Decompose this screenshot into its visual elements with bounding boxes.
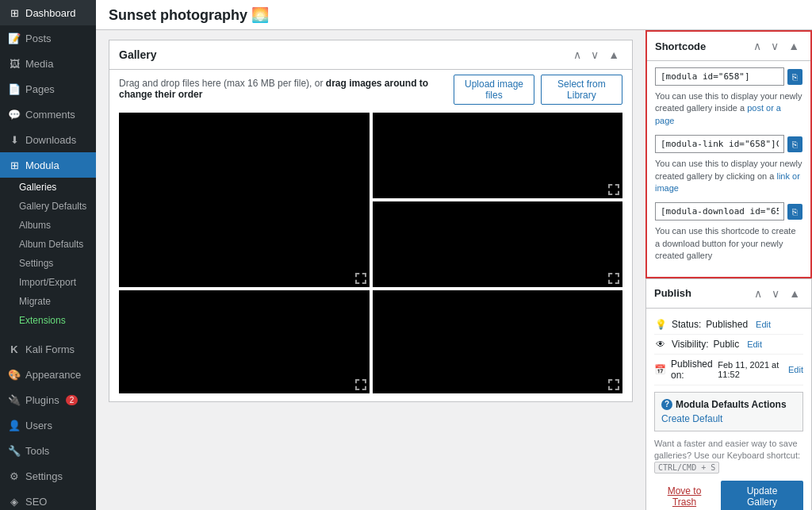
question-icon: ? <box>661 399 672 410</box>
calendar-icon: 📅 <box>654 364 666 375</box>
copy-shortcode-1-btn[interactable]: ⎘ <box>787 69 802 85</box>
copy-shortcode-3-btn[interactable]: ⎘ <box>787 204 802 220</box>
posts-icon: 📝 <box>8 32 21 44</box>
shortcode-input-3[interactable] <box>655 202 784 220</box>
publish-header-controls: ∧ ∨ ▲ <box>751 286 803 301</box>
panel-close-btn[interactable]: ▲ <box>605 47 622 63</box>
sidebar-sub-galleries[interactable]: Galleries <box>0 178 96 197</box>
sidebar-item-modula[interactable]: ⊞ Modula <box>0 152 96 178</box>
downloads-icon: ⬇ <box>8 133 21 146</box>
update-gallery-btn[interactable]: Update Gallery <box>721 481 803 510</box>
sidebar-item-comments[interactable]: 💬 Comments <box>0 102 96 127</box>
keyboard-hint: Want a faster and easier way to save gal… <box>654 438 803 474</box>
sidebar-item-users[interactable]: 👤 Users <box>0 412 96 438</box>
sidebar-item-media[interactable]: 🖼 Media <box>0 51 96 76</box>
resize-handle-3[interactable] <box>608 273 619 284</box>
sidebar-item-plugins[interactable]: 🔌 Plugins 2 <box>0 387 96 412</box>
shortcode-title: Shortcode <box>655 40 706 52</box>
visibility-edit-link[interactable]: Edit <box>747 339 762 349</box>
appearance-icon: 🎨 <box>8 368 21 381</box>
shortcode-input-2[interactable] <box>655 135 784 153</box>
panel-down-btn[interactable]: ∨ <box>588 47 602 63</box>
resize-handle-4[interactable] <box>355 379 366 390</box>
gallery-panel: Gallery ∧ ∨ ▲ Drag and drop files here (… <box>109 40 633 402</box>
sidebar-item-settings[interactable]: ⚙ Settings <box>0 463 96 489</box>
visibility-label: Visibility: <box>672 339 708 350</box>
publish-up-btn[interactable]: ∧ <box>751 286 765 301</box>
pages-icon: 📄 <box>8 82 21 95</box>
status-value: Published <box>706 319 748 330</box>
visibility-value: Public <box>713 339 739 350</box>
shortcode-panel-header: Shortcode ∧ ∨ ▲ <box>647 32 810 61</box>
sidebar-sub-albums[interactable]: Albums <box>0 216 96 235</box>
sidebar-sub-migrate[interactable]: Migrate <box>0 292 96 311</box>
drag-info-row: Drag and drop files here (max 16 MB per … <box>119 78 622 108</box>
sidebar-item-posts[interactable]: 📝 Posts <box>0 25 96 51</box>
published-value: Feb 11, 2021 at 11:52 <box>718 360 780 379</box>
gallery-label: Gallery <box>119 48 156 61</box>
plugins-badge: 2 <box>66 395 79 405</box>
gallery-image-5[interactable] <box>373 290 623 393</box>
status-edit-link[interactable]: Edit <box>756 320 771 329</box>
copy-shortcode-2-btn[interactable]: ⎘ <box>787 136 802 152</box>
tools-icon: 🔧 <box>8 444 21 457</box>
create-default-link[interactable]: Create Default <box>661 413 722 424</box>
move-to-trash-btn[interactable]: Move to Trash <box>654 481 714 510</box>
modula-defaults-title: ? Modula Defaults Actions <box>661 399 796 410</box>
modula-defaults-box: ? Modula Defaults Actions Create Default <box>654 392 803 431</box>
select-from-library-btn[interactable]: Select from Library <box>541 75 622 105</box>
shortcode-row-3: ⎘ <box>655 202 802 220</box>
upload-buttons: Upload image files Select from Library <box>454 75 622 105</box>
sidebar-item-kali-forms[interactable]: K Kali Forms <box>0 336 96 362</box>
panel-up-btn[interactable]: ∧ <box>570 47 584 63</box>
sidebar-item-dashboard[interactable]: ⊞ Dashboard <box>0 0 96 25</box>
shortcode-desc-1: You can use this to display your newly c… <box>655 90 802 127</box>
shortcode-close-btn[interactable]: ▲ <box>785 38 802 54</box>
sidebar-sub-import-export[interactable]: Import/Export <box>0 273 96 292</box>
resize-handle-2[interactable] <box>608 184 619 195</box>
editor-panel: Gallery ∧ ∨ ▲ Drag and drop files here (… <box>96 30 645 510</box>
kali-forms-icon: K <box>8 343 21 355</box>
sidebar-item-tools[interactable]: 🔧 Tools <box>0 438 96 463</box>
seo-icon: ◈ <box>8 495 21 508</box>
status-icon: 💡 <box>654 319 667 330</box>
shortcode-up-btn[interactable]: ∧ <box>750 38 764 54</box>
page-title-input[interactable] <box>109 6 799 23</box>
sidebar-sub-settings[interactable]: Settings <box>0 254 96 273</box>
resize-handle-1[interactable] <box>355 273 366 284</box>
plugins-icon: 🔌 <box>8 393 21 406</box>
media-icon: 🖼 <box>8 57 21 70</box>
settings-icon: ⚙ <box>8 470 21 482</box>
gallery-image-3[interactable] <box>373 201 623 287</box>
content-area: Gallery ∧ ∨ ▲ Drag and drop files here (… <box>96 30 812 510</box>
status-label: Status: <box>672 319 701 330</box>
published-edit-link[interactable]: Edit <box>788 365 803 374</box>
main-area: Gallery ∧ ∨ ▲ Drag and drop files here (… <box>96 0 812 510</box>
publish-down-btn[interactable]: ∨ <box>768 286 783 301</box>
publish-close-btn[interactable]: ▲ <box>786 286 803 301</box>
upload-image-files-btn[interactable]: Upload image files <box>454 75 534 105</box>
shortcode-panel-body: ⎘ You can use this to display your newly… <box>647 61 810 277</box>
publish-panel-header: Publish ∧ ∨ ▲ <box>646 279 811 309</box>
gallery-panel-header: Gallery ∧ ∨ ▲ <box>109 40 632 70</box>
visibility-icon: 👁 <box>654 339 667 350</box>
title-bar <box>96 0 812 30</box>
gallery-image-4[interactable] <box>119 290 370 393</box>
publish-actions: Move to Trash Update Gallery <box>654 481 803 510</box>
sidebar-item-downloads[interactable]: ⬇ Downloads <box>0 127 96 152</box>
shortcode-desc-3: You can use this shortcode to create a d… <box>655 225 802 262</box>
comments-icon: 💬 <box>8 108 21 121</box>
sidebar-sub-album-defaults[interactable]: Album Defaults <box>0 235 96 254</box>
shortcode-down-btn[interactable]: ∨ <box>768 38 782 54</box>
sidebar-sub-extensions[interactable]: Extensions <box>0 311 96 330</box>
resize-handle-5[interactable] <box>608 379 619 390</box>
sidebar-sub-gallery-defaults[interactable]: Gallery Defaults <box>0 197 96 216</box>
sidebar-item-appearance[interactable]: 🎨 Appearance <box>0 362 96 387</box>
sidebar-item-seo[interactable]: ◈ SEO <box>0 489 96 510</box>
sidebar-item-pages[interactable]: 📄 Pages <box>0 76 96 102</box>
gallery-image-2[interactable] <box>373 113 623 198</box>
gallery-image-1[interactable] <box>119 113 370 287</box>
shortcode-input-1[interactable] <box>655 67 784 86</box>
gallery-grid <box>119 113 622 393</box>
dashboard-icon: ⊞ <box>8 6 21 19</box>
